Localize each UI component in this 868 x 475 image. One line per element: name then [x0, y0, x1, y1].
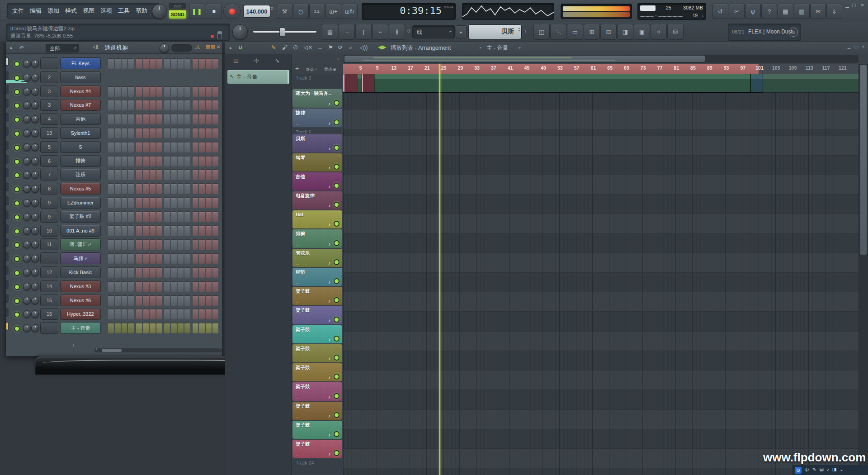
- channel-mute-led[interactable]: [14, 270, 20, 276]
- step-cell[interactable]: [164, 267, 170, 278]
- step-cell[interactable]: [115, 197, 121, 208]
- track-mute-led[interactable]: [334, 374, 340, 380]
- metronome-button[interactable]: ◷: [293, 4, 309, 19]
- channel-button[interactable]: EZdrummer: [60, 197, 101, 209]
- step-cell[interactable]: [143, 128, 149, 138]
- slip-tool-icon[interactable]: ↔: [317, 44, 323, 51]
- step-cell[interactable]: [212, 197, 218, 208]
- step-cell[interactable]: [171, 58, 177, 69]
- step-cell[interactable]: [212, 323, 218, 333]
- step-cell[interactable]: [115, 253, 121, 264]
- step-cell[interactable]: [122, 267, 127, 278]
- channel-target-stepper[interactable]: ▴▾: [518, 27, 520, 32]
- undo-button[interactable]: ↺: [712, 4, 728, 19]
- channel-volume-knob[interactable]: [31, 143, 39, 151]
- step-cell[interactable]: [199, 86, 205, 97]
- step-cell[interactable]: [164, 86, 170, 97]
- channel-mute-led[interactable]: [14, 89, 20, 95]
- track-header[interactable]: 架子鼓···♪: [292, 402, 342, 420]
- clip-dense[interactable]: [362, 74, 374, 92]
- channel-select-indicator[interactable]: [6, 127, 9, 136]
- channel-mute-led[interactable]: [14, 159, 20, 165]
- channel-pan-knob[interactable]: [23, 115, 31, 123]
- track-header[interactable]: 架子鼓···♪: [292, 440, 342, 458]
- step-cell[interactable]: [178, 253, 184, 264]
- track-options[interactable]: ···: [296, 167, 299, 171]
- step-cell[interactable]: [184, 197, 190, 208]
- pat-mode-button[interactable]: PAT: [169, 3, 186, 10]
- step-cell[interactable]: [122, 128, 127, 138]
- step-cell[interactable]: [122, 197, 127, 208]
- step-cell[interactable]: [206, 309, 212, 319]
- step-cell[interactable]: [206, 128, 212, 138]
- step-cell[interactable]: [184, 267, 190, 278]
- step-cell[interactable]: [171, 86, 177, 97]
- step-cell[interactable]: [193, 156, 198, 166]
- step-cell[interactable]: [108, 128, 114, 138]
- playlist-lane[interactable]: ≡ Hat: [343, 214, 859, 233]
- step-cell[interactable]: [150, 58, 156, 69]
- step-cell[interactable]: [108, 323, 114, 333]
- taskbar-icon-4[interactable]: ◨: [832, 467, 836, 473]
- step-cell[interactable]: [164, 58, 170, 69]
- channel-pattern-selector[interactable]: 11: [40, 238, 58, 250]
- menu-item-2[interactable]: 添加: [47, 7, 59, 15]
- step-cell[interactable]: [128, 183, 134, 194]
- step-cell[interactable]: [150, 253, 156, 264]
- track-header[interactable]: Hat···♪: [292, 210, 342, 228]
- save-button[interactable]: ▤: [778, 4, 793, 19]
- step-cell[interactable]: [164, 169, 170, 180]
- step-cell[interactable]: [178, 58, 184, 69]
- piano-roll-toggle-button[interactable]: ⊟: [600, 24, 617, 40]
- step-cell[interactable]: [171, 128, 177, 138]
- step-cell[interactable]: [143, 253, 149, 264]
- step-cell[interactable]: [193, 58, 198, 69]
- playlist-lane[interactable]: ≡ 架子鼓: [343, 410, 859, 429]
- playlist-vscrollbar[interactable]: [859, 64, 868, 475]
- step-cell[interactable]: [128, 253, 134, 264]
- step-cell[interactable]: [108, 58, 114, 69]
- channel-mute-led[interactable]: [14, 75, 20, 81]
- channel-pattern-selector[interactable]: 9: [40, 197, 58, 209]
- window-maximize-button[interactable]: ▢: [852, 3, 856, 8]
- step-cell[interactable]: [199, 239, 205, 250]
- channel-pattern-selector[interactable]: 12: [40, 266, 58, 278]
- track-header[interactable]: Track 3: [292, 74, 342, 88]
- step-cell[interactable]: [212, 183, 218, 194]
- step-cell[interactable]: [184, 100, 190, 110]
- step-cell[interactable]: [171, 100, 177, 110]
- step-cell[interactable]: [143, 239, 149, 250]
- channel-button[interactable]: Nexus #7: [60, 99, 101, 111]
- step-cell[interactable]: [164, 211, 170, 222]
- playlist-hscroll-thumb[interactable]: [344, 56, 705, 62]
- step-cell[interactable]: [193, 323, 198, 333]
- playlist-lane[interactable]: [343, 468, 859, 475]
- step-cell[interactable]: [184, 142, 190, 152]
- step-cell[interactable]: [156, 253, 162, 264]
- track-options[interactable]: ···: [296, 104, 299, 107]
- track-header[interactable]: Track 6: [292, 128, 342, 133]
- step-cell[interactable]: [212, 100, 218, 110]
- browser-toggle-button[interactable]: ▣: [634, 24, 650, 40]
- rack-scroll-thumb[interactable]: [102, 349, 122, 352]
- step-cell[interactable]: [156, 128, 162, 138]
- step-cell[interactable]: [136, 156, 142, 166]
- step-cell[interactable]: [143, 183, 149, 194]
- step-cell[interactable]: [199, 197, 205, 208]
- magnet-icon[interactable]: ∪: [238, 43, 243, 51]
- channel-mute-led[interactable]: [14, 145, 20, 151]
- step-cell[interactable]: [122, 239, 127, 250]
- step-cell[interactable]: [199, 114, 205, 124]
- step-cell[interactable]: [136, 128, 142, 138]
- channel-pattern-selector[interactable]: 9: [40, 211, 58, 223]
- channel-pan-knob[interactable]: [23, 143, 31, 151]
- track-header[interactable]: 架子鼓···♪: [292, 287, 342, 305]
- channel-pattern-selector[interactable]: 4: [40, 113, 58, 125]
- picker-tab-automation-icon[interactable]: ∿: [275, 57, 280, 64]
- step-cell[interactable]: [150, 142, 156, 152]
- clip-audio[interactable]: ↠ 疆1: [746, 74, 859, 92]
- step-cell[interactable]: [199, 128, 205, 138]
- step-cell[interactable]: [136, 100, 142, 110]
- playlist-lane[interactable]: ≡ 架子鼓: [343, 370, 859, 390]
- step-cell[interactable]: [206, 253, 212, 264]
